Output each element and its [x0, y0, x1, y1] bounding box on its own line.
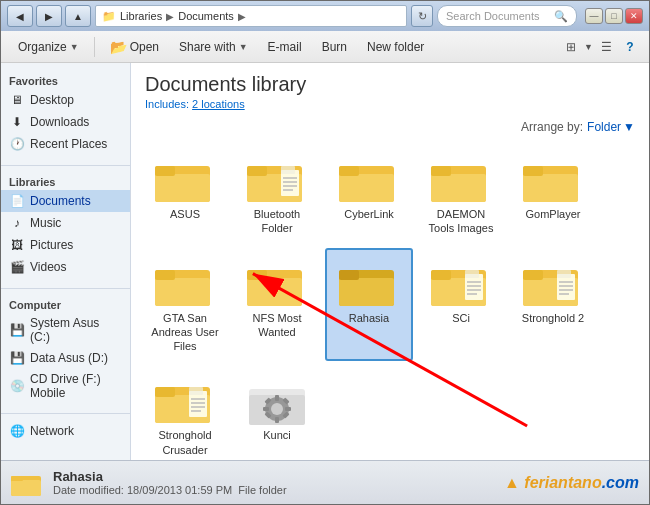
status-detail: Date modified: 18/09/2013 01:59 PM File …	[53, 484, 494, 496]
folder-item[interactable]: SCi	[417, 248, 505, 362]
folder-label: Rahasia	[349, 311, 389, 325]
sidebar-item-desktop[interactable]: 🖥 Desktop	[1, 89, 130, 111]
email-label: E-mail	[268, 40, 302, 54]
folder-item[interactable]: ASUS	[141, 144, 229, 244]
new-folder-button[interactable]: New folder	[358, 35, 433, 59]
arrange-value-button[interactable]: Folder ▼	[587, 120, 635, 134]
svg-rect-7	[281, 166, 295, 174]
libraries-section: Libraries 📄 Documents ♪ Music 🖼 Pictures…	[1, 172, 130, 278]
sidebar-c-drive-label: System Asus (C:)	[30, 316, 122, 344]
svg-rect-20	[523, 166, 543, 176]
sidebar-desktop-label: Desktop	[30, 93, 74, 107]
back-button[interactable]: ◀	[7, 5, 33, 27]
svg-rect-73	[11, 476, 23, 481]
svg-rect-64	[285, 407, 291, 411]
svg-rect-63	[263, 407, 269, 411]
up-button[interactable]: ▲	[65, 5, 91, 27]
folder-item[interactable]: Rahasia	[325, 248, 413, 362]
folder-icon-8	[431, 256, 491, 308]
sidebar-item-downloads[interactable]: ⬇ Downloads	[1, 111, 130, 133]
sidebar-item-recent[interactable]: 🕐 Recent Places	[1, 133, 130, 155]
folder-icon-6	[247, 256, 307, 308]
details-pane-button[interactable]: ☰	[595, 36, 617, 58]
folder-item[interactable]: DAEMON Tools Images	[417, 144, 505, 244]
cd-drive-icon: 💿	[9, 378, 25, 394]
share-button[interactable]: Share with ▼	[170, 35, 257, 59]
svg-rect-16	[431, 174, 486, 202]
folder-label: Stronghold 2	[522, 311, 584, 325]
folder-item[interactable]: CyberLink	[325, 144, 413, 244]
sidebar-item-d-drive[interactable]: 💾 Data Asus (D:)	[1, 347, 130, 369]
sidebar-item-c-drive[interactable]: 💾 System Asus (C:)	[1, 313, 130, 347]
sidebar-div2	[1, 288, 130, 289]
status-date-label: Date modified:	[53, 484, 127, 496]
folder-item[interactable]: GomPlayer	[509, 144, 597, 244]
svg-rect-25	[247, 278, 302, 306]
svg-rect-26	[247, 270, 267, 280]
libraries-title: Libraries	[1, 172, 130, 190]
address-sep2: ▶	[238, 11, 246, 22]
folder-grid: ASUS Bluetooth Folder CyberLink DAEMON T…	[131, 138, 649, 460]
folder-icon-5	[155, 256, 215, 308]
window: ◀ ▶ ▲ 📁 Libraries ▶ Documents ▶ ↻ Search…	[0, 0, 650, 505]
computer-title: Computer	[1, 295, 130, 313]
sidebar-div1	[1, 165, 130, 166]
maximize-button[interactable]: □	[605, 8, 623, 24]
svg-point-60	[271, 403, 283, 415]
status-name: Rahasia	[53, 469, 494, 484]
folder-grid-wrapper: ASUS Bluetooth Folder CyberLink DAEMON T…	[131, 138, 649, 460]
window-controls: — □ ✕	[585, 8, 643, 24]
svg-rect-50	[155, 387, 175, 397]
sidebar-network-label: Network	[30, 424, 74, 438]
sidebar-item-documents[interactable]: 📄 Documents	[1, 190, 130, 212]
close-button[interactable]: ✕	[625, 8, 643, 24]
folder-label: DAEMON Tools Images	[423, 207, 499, 236]
folder-icon-2	[339, 152, 399, 204]
arrange-label: Arrange by:	[521, 120, 583, 134]
sidebar-item-cd-drive[interactable]: 💿 CD Drive (F:) Mobile	[1, 369, 130, 403]
burn-label: Burn	[322, 40, 347, 54]
folder-item[interactable]: Bluetooth Folder	[233, 144, 321, 244]
open-button[interactable]: 📂 Open	[101, 35, 168, 59]
sidebar-item-network[interactable]: 🌐 Network	[1, 420, 130, 442]
search-placeholder: Search Documents	[446, 10, 540, 22]
search-bar[interactable]: Search Documents 🔍	[437, 5, 577, 27]
organize-button[interactable]: Organize ▼	[9, 35, 88, 59]
folder-label: CyberLink	[344, 207, 394, 221]
svg-rect-34	[465, 270, 479, 278]
help-button[interactable]: ?	[619, 36, 641, 58]
svg-rect-19	[523, 174, 578, 202]
folder-label: GomPlayer	[525, 207, 580, 221]
sidebar-item-videos[interactable]: 🎬 Videos	[1, 256, 130, 278]
email-button[interactable]: E-mail	[259, 35, 311, 59]
folder-item[interactable]: Kunci	[233, 365, 321, 460]
content-subtitle: Includes: 2 locations	[145, 98, 635, 110]
sidebar: Favorites 🖥 Desktop ⬇ Downloads 🕐 Recent…	[1, 63, 131, 460]
forward-button[interactable]: ▶	[36, 5, 62, 27]
folder-item[interactable]: GTA San Andreas User Files	[141, 248, 229, 362]
address-bar[interactable]: 📁 Libraries ▶ Documents ▶	[95, 5, 407, 27]
minimize-button[interactable]: —	[585, 8, 603, 24]
svg-rect-13	[339, 174, 394, 202]
sidebar-item-pictures[interactable]: 🖼 Pictures	[1, 234, 130, 256]
svg-rect-5	[247, 166, 267, 176]
folder-label: Bluetooth Folder	[239, 207, 315, 236]
sidebar-item-music[interactable]: ♪ Music	[1, 212, 130, 234]
sidebar-pictures-label: Pictures	[30, 238, 73, 252]
folder-item[interactable]: Stronghold Crusader	[141, 365, 229, 460]
refresh-button[interactable]: ↻	[411, 5, 433, 27]
svg-rect-41	[523, 270, 543, 280]
toolbar: Organize ▼ 📂 Open Share with ▼ E-mail Bu…	[1, 31, 649, 63]
views-dropdown-button[interactable]: ⊞	[560, 36, 582, 58]
open-icon: 📂	[110, 39, 127, 55]
folder-item[interactable]: NFS Most Wanted	[233, 248, 321, 362]
organize-chevron: ▼	[70, 42, 79, 52]
folder-item[interactable]: Stronghold 2	[509, 248, 597, 362]
svg-rect-28	[339, 278, 394, 306]
arrange-value-text: Folder	[587, 120, 621, 134]
computer-section: Computer 💾 System Asus (C:) 💾 Data Asus …	[1, 295, 130, 403]
burn-button[interactable]: Burn	[313, 35, 356, 59]
sidebar-downloads-label: Downloads	[30, 115, 89, 129]
svg-rect-32	[431, 270, 451, 280]
locations-link[interactable]: 2 locations	[192, 98, 245, 110]
